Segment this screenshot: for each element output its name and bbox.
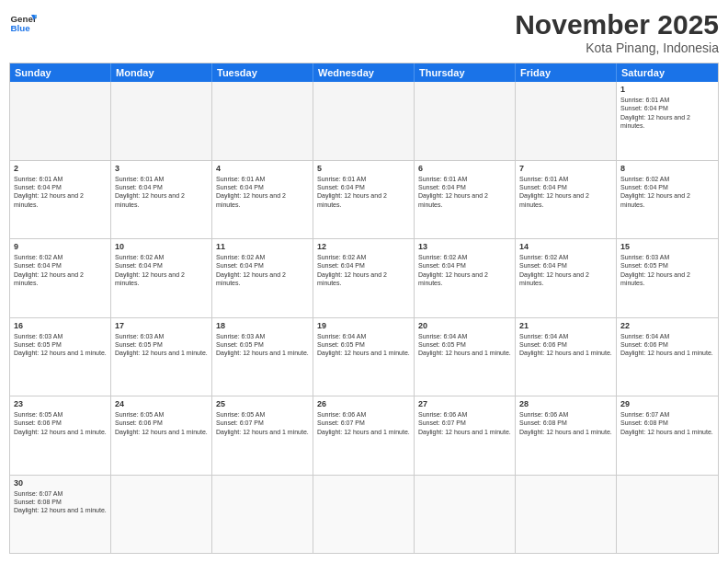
calendar-cell-24: 24Sunrise: 6:05 AM Sunset: 6:06 PM Dayli… [111, 396, 212, 475]
day-header-friday: Friday [516, 63, 617, 82]
day-info: Sunrise: 6:02 AM Sunset: 6:04 PM Dayligh… [317, 253, 410, 288]
day-number: 16 [14, 321, 107, 330]
day-number: 4 [216, 164, 309, 173]
calendar-cell-13: 13Sunrise: 6:02 AM Sunset: 6:04 PM Dayli… [415, 239, 516, 317]
day-number: 24 [115, 399, 208, 408]
day-info: Sunrise: 6:01 AM Sunset: 6:04 PM Dayligh… [418, 175, 511, 210]
day-number: 10 [115, 242, 208, 251]
calendar-week-3: 9Sunrise: 6:02 AM Sunset: 6:04 PM Daylig… [10, 239, 718, 318]
calendar-cell-20: 20Sunrise: 6:04 AM Sunset: 6:05 PM Dayli… [415, 318, 516, 396]
day-info: Sunrise: 6:02 AM Sunset: 6:04 PM Dayligh… [620, 175, 714, 210]
day-number: 11 [216, 242, 309, 251]
calendar-cell-empty-5-1 [111, 476, 212, 554]
calendar-body: 1Sunrise: 6:01 AM Sunset: 6:04 PM Daylig… [10, 82, 718, 553]
day-header-thursday: Thursday [415, 63, 516, 82]
calendar-week-5: 23Sunrise: 6:05 AM Sunset: 6:06 PM Dayli… [10, 396, 718, 476]
calendar-week-4: 16Sunrise: 6:03 AM Sunset: 6:05 PM Dayli… [10, 318, 718, 397]
day-info: Sunrise: 6:02 AM Sunset: 6:04 PM Dayligh… [418, 253, 511, 288]
day-info: Sunrise: 6:05 AM Sunset: 6:06 PM Dayligh… [14, 410, 107, 436]
calendar-cell-12: 12Sunrise: 6:02 AM Sunset: 6:04 PM Dayli… [313, 239, 415, 317]
day-info: Sunrise: 6:04 AM Sunset: 6:05 PM Dayligh… [317, 332, 410, 358]
calendar: SundayMondayTuesdayWednesdayThursdayFrid… [9, 63, 719, 554]
day-info: Sunrise: 6:03 AM Sunset: 6:05 PM Dayligh… [216, 332, 309, 358]
calendar-week-2: 2Sunrise: 6:01 AM Sunset: 6:04 PM Daylig… [10, 161, 718, 240]
page: General Blue November 2025 Kota Pinang, … [0, 0, 728, 563]
calendar-cell-3: 3Sunrise: 6:01 AM Sunset: 6:04 PM Daylig… [111, 161, 212, 239]
calendar-cell-17: 17Sunrise: 6:03 AM Sunset: 6:05 PM Dayli… [111, 318, 212, 396]
calendar-cell-29: 29Sunrise: 6:07 AM Sunset: 6:08 PM Dayli… [617, 396, 718, 475]
calendar-cell-empty-5-3 [313, 476, 415, 554]
day-number: 3 [115, 164, 208, 173]
calendar-cell-empty-0-5 [516, 82, 617, 160]
calendar-cell-empty-5-2 [212, 476, 313, 554]
day-info: Sunrise: 6:06 AM Sunset: 6:08 PM Dayligh… [519, 410, 612, 436]
day-number: 14 [519, 242, 612, 251]
day-number: 26 [317, 399, 410, 408]
calendar-cell-10: 10Sunrise: 6:02 AM Sunset: 6:04 PM Dayli… [111, 239, 212, 317]
day-number: 13 [418, 242, 511, 251]
calendar-cell-7: 7Sunrise: 6:01 AM Sunset: 6:04 PM Daylig… [516, 161, 617, 239]
day-info: Sunrise: 6:06 AM Sunset: 6:07 PM Dayligh… [317, 410, 410, 436]
day-number: 5 [317, 164, 410, 173]
calendar-cell-1: 1Sunrise: 6:01 AM Sunset: 6:04 PM Daylig… [617, 82, 718, 160]
header: General Blue November 2025 Kota Pinang, … [9, 9, 719, 55]
day-info: Sunrise: 6:03 AM Sunset: 6:05 PM Dayligh… [115, 332, 208, 358]
logo-icon: General Blue [9, 9, 37, 37]
day-number: 25 [216, 399, 309, 408]
calendar-cell-2: 2Sunrise: 6:01 AM Sunset: 6:04 PM Daylig… [10, 161, 111, 239]
day-info: Sunrise: 6:06 AM Sunset: 6:07 PM Dayligh… [418, 410, 511, 436]
calendar-cell-14: 14Sunrise: 6:02 AM Sunset: 6:04 PM Dayli… [516, 239, 617, 317]
calendar-week-1: 1Sunrise: 6:01 AM Sunset: 6:04 PM Daylig… [10, 82, 718, 161]
svg-text:Blue: Blue [11, 23, 31, 33]
calendar-week-6: 30Sunrise: 6:07 AM Sunset: 6:08 PM Dayli… [10, 476, 718, 554]
day-number: 23 [14, 399, 107, 408]
day-info: Sunrise: 6:04 AM Sunset: 6:05 PM Dayligh… [418, 332, 511, 358]
calendar-cell-6: 6Sunrise: 6:01 AM Sunset: 6:04 PM Daylig… [415, 161, 516, 239]
calendar-cell-5: 5Sunrise: 6:01 AM Sunset: 6:04 PM Daylig… [313, 161, 415, 239]
day-info: Sunrise: 6:07 AM Sunset: 6:08 PM Dayligh… [620, 410, 714, 436]
day-info: Sunrise: 6:01 AM Sunset: 6:04 PM Dayligh… [216, 175, 309, 210]
calendar-cell-26: 26Sunrise: 6:06 AM Sunset: 6:07 PM Dayli… [313, 396, 415, 475]
day-number: 9 [14, 242, 107, 251]
calendar-cell-15: 15Sunrise: 6:03 AM Sunset: 6:05 PM Dayli… [617, 239, 718, 317]
day-number: 19 [317, 321, 410, 330]
day-info: Sunrise: 6:01 AM Sunset: 6:04 PM Dayligh… [620, 96, 714, 131]
day-number: 27 [418, 399, 511, 408]
day-number: 18 [216, 321, 309, 330]
day-header-tuesday: Tuesday [212, 63, 313, 82]
day-number: 30 [14, 478, 107, 488]
logo: General Blue [9, 9, 37, 37]
day-number: 29 [620, 399, 714, 408]
day-info: Sunrise: 6:05 AM Sunset: 6:07 PM Dayligh… [216, 410, 309, 436]
calendar-cell-27: 27Sunrise: 6:06 AM Sunset: 6:07 PM Dayli… [415, 396, 516, 475]
day-info: Sunrise: 6:01 AM Sunset: 6:04 PM Dayligh… [519, 175, 612, 210]
calendar-cell-empty-0-1 [111, 82, 212, 160]
day-number: 2 [14, 164, 107, 173]
calendar-cell-28: 28Sunrise: 6:06 AM Sunset: 6:08 PM Dayli… [516, 396, 617, 475]
day-header-monday: Monday [111, 63, 212, 82]
calendar-cell-18: 18Sunrise: 6:03 AM Sunset: 6:05 PM Dayli… [212, 318, 313, 396]
day-number: 15 [620, 242, 714, 251]
day-header-wednesday: Wednesday [313, 63, 415, 82]
calendar-cell-9: 9Sunrise: 6:02 AM Sunset: 6:04 PM Daylig… [10, 239, 111, 317]
day-info: Sunrise: 6:04 AM Sunset: 6:06 PM Dayligh… [620, 332, 714, 358]
day-info: Sunrise: 6:03 AM Sunset: 6:05 PM Dayligh… [620, 253, 714, 288]
calendar-cell-empty-0-4 [415, 82, 516, 160]
calendar-cell-8: 8Sunrise: 6:02 AM Sunset: 6:04 PM Daylig… [617, 161, 718, 239]
calendar-cell-empty-0-0 [10, 82, 111, 160]
calendar-cell-19: 19Sunrise: 6:04 AM Sunset: 6:05 PM Dayli… [313, 318, 415, 396]
day-info: Sunrise: 6:01 AM Sunset: 6:04 PM Dayligh… [14, 175, 107, 210]
day-number: 12 [317, 242, 410, 251]
day-info: Sunrise: 6:02 AM Sunset: 6:04 PM Dayligh… [216, 253, 309, 288]
day-info: Sunrise: 6:02 AM Sunset: 6:04 PM Dayligh… [519, 253, 612, 288]
calendar-cell-23: 23Sunrise: 6:05 AM Sunset: 6:06 PM Dayli… [10, 396, 111, 475]
calendar-cell-21: 21Sunrise: 6:04 AM Sunset: 6:06 PM Dayli… [516, 318, 617, 396]
day-number: 28 [519, 399, 612, 408]
day-info: Sunrise: 6:03 AM Sunset: 6:05 PM Dayligh… [14, 332, 107, 358]
calendar-cell-16: 16Sunrise: 6:03 AM Sunset: 6:05 PM Dayli… [10, 318, 111, 396]
calendar-cell-empty-0-2 [212, 82, 313, 160]
calendar-cell-22: 22Sunrise: 6:04 AM Sunset: 6:06 PM Dayli… [617, 318, 718, 396]
day-info: Sunrise: 6:07 AM Sunset: 6:08 PM Dayligh… [14, 489, 107, 515]
day-number: 17 [115, 321, 208, 330]
calendar-cell-empty-5-5 [516, 476, 617, 554]
